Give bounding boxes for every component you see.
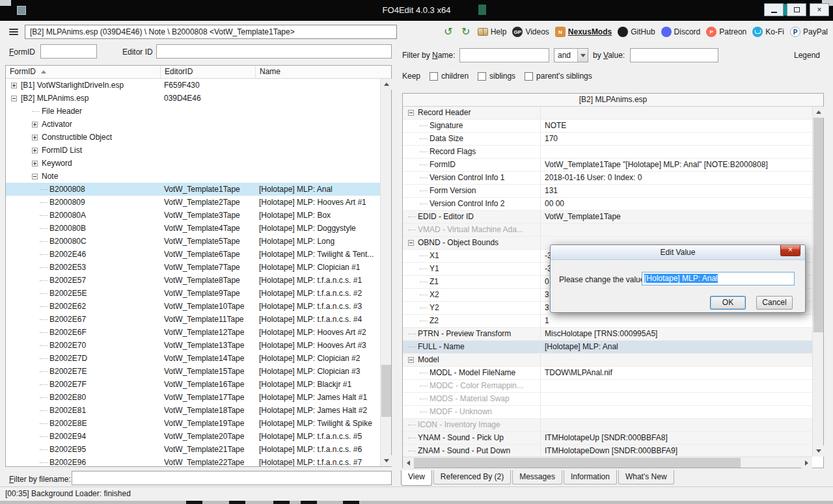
tree-row[interactable]: B2002E7DVotW_Template14Tape[Holotape] ML… bbox=[6, 352, 380, 365]
patreon-link[interactable]: PPatreon bbox=[706, 27, 746, 37]
record-row[interactable]: PTRN - Preview TransformMiscHolotape [TR… bbox=[403, 328, 812, 341]
filter-by-name-input[interactable] bbox=[459, 48, 549, 62]
expand-icon[interactable] bbox=[32, 161, 38, 166]
tree-row[interactable]: FormID List bbox=[6, 144, 380, 157]
tree-row[interactable]: B2002E96VotW_Template22Tape[Holotape] ML… bbox=[6, 456, 380, 466]
siblings-checkbox[interactable] bbox=[478, 72, 486, 81]
tree-row[interactable]: [B1] VotWStarlightDriveIn.espF659F430 bbox=[6, 79, 380, 92]
tree-row[interactable]: B2002E67VotW_Template11Tape[Holotape] ML… bbox=[6, 313, 380, 326]
record-row[interactable]: Z21 bbox=[403, 315, 812, 328]
github-link[interactable]: GitHub bbox=[618, 27, 655, 37]
record-column-header[interactable]: [B2] MLPAnims.esp bbox=[403, 94, 823, 107]
tree-row[interactable]: B200080AVotW_Template3Tape[Holotape] MLP… bbox=[6, 209, 380, 222]
paypal-link[interactable]: PPayPal bbox=[790, 27, 828, 37]
tree-row[interactable]: B2002E57VotW_Template8Tape[Holotape] MLP… bbox=[6, 274, 380, 287]
tree-scrollbar-thumb[interactable] bbox=[381, 365, 391, 417]
tab-what-s-new[interactable]: What's New bbox=[618, 470, 674, 484]
collapse-icon[interactable] bbox=[408, 240, 414, 246]
value-input[interactable]: [Holotape] MLP: Anal bbox=[642, 272, 795, 285]
tree-row[interactable]: [B2] MLPAnims.esp039D4E46 bbox=[6, 92, 380, 105]
scroll-down-icon[interactable] bbox=[381, 455, 392, 466]
expand-icon[interactable] bbox=[32, 122, 38, 127]
expand-icon[interactable] bbox=[11, 83, 17, 88]
tree-row[interactable]: Note bbox=[6, 170, 380, 183]
tree-row[interactable]: B2002E5EVotW_Template9Tape[Holotape] MLP… bbox=[6, 287, 380, 300]
scroll-up-icon[interactable] bbox=[381, 79, 392, 90]
record-row[interactable]: YNAM - Sound - Pick UpITMHolotapeUp [SND… bbox=[403, 432, 812, 445]
collapse-icon[interactable] bbox=[408, 110, 414, 116]
tab-referenced-by-2[interactable]: Referenced By (2) bbox=[433, 470, 511, 484]
record-row[interactable]: VMAD - Virtual Machine Ada... bbox=[403, 224, 812, 237]
tree-row[interactable]: Keyword bbox=[6, 157, 380, 170]
forward-button[interactable]: ↻ bbox=[460, 26, 472, 38]
record-row[interactable]: Version Control Info 12018-01-16 User: 0… bbox=[403, 172, 812, 185]
back-button[interactable]: ↺ bbox=[443, 26, 454, 38]
tree-row[interactable]: Activator bbox=[6, 118, 380, 131]
help-link[interactable]: Help bbox=[478, 27, 507, 36]
record-row[interactable]: Model bbox=[403, 354, 812, 367]
scroll-up-icon[interactable] bbox=[813, 107, 824, 118]
minimize-button[interactable] bbox=[764, 3, 784, 16]
maximize-button[interactable] bbox=[787, 3, 806, 16]
record-horizontal-scrollbar[interactable] bbox=[403, 457, 812, 468]
record-row[interactable]: MODL - Model FileNameTDOW\MLPAnal.nif bbox=[403, 367, 812, 380]
record-row[interactable]: Record Header bbox=[403, 107, 812, 120]
tree-row[interactable]: B2002E95VotW_Template21Tape[Holotape] ML… bbox=[6, 443, 380, 456]
record-row[interactable]: EDID - Editor IDVotW_Template1Tape bbox=[403, 211, 812, 224]
record-row[interactable]: MODC - Color Remappin... bbox=[403, 380, 812, 393]
tree-row[interactable]: B2002E81VotW_Template18Tape[Holotape] ML… bbox=[6, 404, 380, 417]
tree-row[interactable]: B2002E46VotW_Template6Tape[Holotape] MLP… bbox=[6, 248, 380, 261]
breadcrumb[interactable]: [B2] MLPAnims.esp (039D4E46) \ Note \ B2… bbox=[25, 25, 397, 39]
videos-link[interactable]: GPVideos bbox=[512, 27, 549, 37]
tree-row[interactable]: B2002E53VotW_Template7Tape[Holotape] MLP… bbox=[6, 261, 380, 274]
expand-icon[interactable] bbox=[32, 148, 38, 153]
tree-row[interactable]: B2002E7FVotW_Template16Tape[Holotape] ML… bbox=[6, 378, 380, 391]
record-hscrollbar-thumb[interactable] bbox=[414, 458, 741, 468]
tree-row[interactable]: B2002E6FVotW_Template12Tape[Holotape] ML… bbox=[6, 326, 380, 339]
scroll-down-icon[interactable] bbox=[813, 445, 824, 457]
column-header-name[interactable]: Name bbox=[256, 66, 391, 78]
record-vertical-scrollbar[interactable] bbox=[812, 107, 823, 457]
tree-row[interactable]: B2002E8EVotW_Template19Tape[Holotape] ML… bbox=[6, 417, 380, 430]
filter-operator-select[interactable]: and bbox=[554, 48, 588, 62]
main-menu-button[interactable] bbox=[7, 25, 21, 38]
close-button[interactable]: × bbox=[810, 3, 829, 16]
collapse-icon[interactable] bbox=[408, 357, 414, 363]
dialog-close-button[interactable]: × bbox=[780, 245, 800, 256]
editorid-input[interactable] bbox=[156, 44, 392, 59]
tree-vertical-scrollbar[interactable] bbox=[380, 79, 391, 466]
nexusmods-link[interactable]: NNexusMods bbox=[555, 27, 612, 37]
dialog-titlebar[interactable]: Edit Value × bbox=[551, 245, 805, 260]
tree-row[interactable]: File Header bbox=[6, 105, 380, 118]
keep-option-parent-s-siblings[interactable]: parent's siblings bbox=[525, 72, 592, 81]
tab-messages[interactable]: Messages bbox=[512, 470, 562, 484]
tree-row[interactable]: B2002E70VotW_Template13Tape[Holotape] ML… bbox=[6, 339, 380, 352]
record-row[interactable]: MODS - Material Swap bbox=[403, 393, 812, 406]
tree-row[interactable]: B2000809VotW_Template2Tape[Holotape] MLP… bbox=[6, 196, 380, 209]
children-checkbox[interactable] bbox=[430, 72, 438, 81]
record-row[interactable]: FormIDVotW_Template1Tape "[Holotape] MLP… bbox=[403, 159, 812, 172]
filter-by-filename-input[interactable] bbox=[72, 471, 392, 485]
keep-option-siblings[interactable]: siblings bbox=[478, 72, 515, 81]
tree-row[interactable]: Constructible Object bbox=[6, 131, 380, 144]
record-row[interactable]: MODF - Unknown bbox=[403, 406, 812, 419]
record-row[interactable]: ICON - Inventory Image bbox=[403, 419, 812, 432]
discord-link[interactable]: Discord bbox=[661, 27, 701, 37]
collapse-icon[interactable] bbox=[32, 174, 38, 179]
tab-information[interactable]: Information bbox=[564, 470, 617, 484]
record-row[interactable]: Record Flags bbox=[403, 146, 812, 159]
expand-icon[interactable] bbox=[32, 135, 38, 140]
record-row[interactable]: Form Version131 bbox=[403, 185, 812, 198]
scroll-right-icon[interactable] bbox=[801, 457, 812, 468]
cancel-button[interactable]: Cancel bbox=[756, 296, 793, 310]
record-row[interactable]: FULL - Name[Holotape] MLP: Anal bbox=[403, 341, 812, 354]
record-scrollbar-thumb[interactable] bbox=[813, 118, 823, 332]
tree-row[interactable]: B2002E62VotW_Template10Tape[Holotape] ML… bbox=[6, 300, 380, 313]
tree-row[interactable]: B200080BVotW_Template4Tape[Holotape] MLP… bbox=[6, 222, 380, 235]
tab-view[interactable]: View bbox=[401, 470, 432, 486]
legend-button[interactable]: Legend bbox=[794, 51, 820, 60]
record-row[interactable]: ZNAM - Sound - Put DownITMHolotapeDown [… bbox=[403, 445, 812, 457]
parent-s-siblings-checkbox[interactable] bbox=[525, 72, 533, 81]
ok-button[interactable]: OK bbox=[710, 296, 746, 310]
record-row[interactable]: Version Control Info 200 00 bbox=[403, 198, 812, 211]
